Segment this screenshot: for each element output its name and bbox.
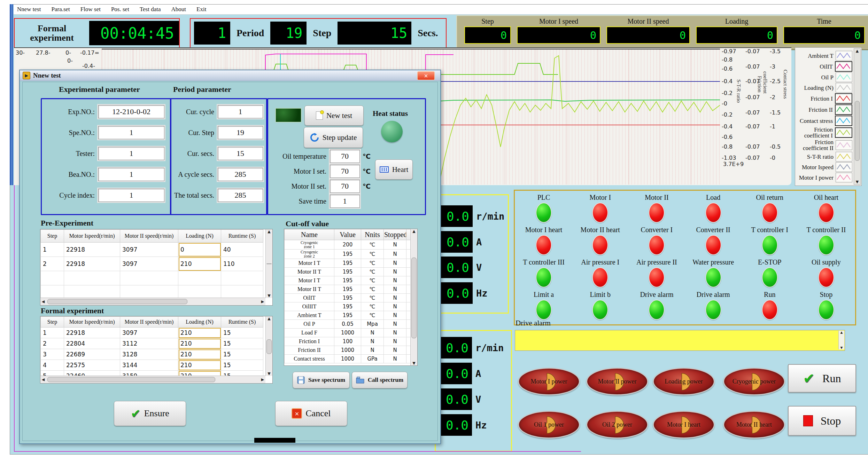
menu-item-about[interactable]: About (171, 6, 186, 13)
legend-item-loading-n-[interactable]: Loading (N) (795, 82, 861, 93)
legend-item-contact-stress[interactable]: Contact stress (795, 115, 861, 126)
oval-button-motor-i-power[interactable]: Motor I power (518, 368, 580, 395)
field-input[interactable]: 1 (98, 189, 164, 202)
scroll-right-icon[interactable]: ▶ (260, 299, 265, 304)
legend-item-friction-ii[interactable]: Friction II (795, 104, 861, 115)
hscroll-thumb[interactable] (47, 377, 215, 382)
legend-item-motor-ispeed[interactable]: Motor Ispeed (795, 162, 861, 172)
loading-cell[interactable]: 210 (178, 360, 221, 371)
vscroll-thumb[interactable] (266, 263, 272, 264)
menu-item-nnew-test[interactable]: Nnew test (17, 6, 41, 13)
loading-cell[interactable]: 0 (178, 243, 221, 257)
field-input[interactable]: 1 (98, 147, 164, 160)
loading-cell[interactable]: 210 (178, 338, 221, 349)
legend-item-s-t-r-ratio[interactable]: S-T-R ratio (795, 151, 861, 162)
close-icon[interactable]: × (417, 71, 435, 80)
oval-button-loading-power[interactable]: Loading power (653, 368, 715, 395)
scroll-down-icon[interactable]: ▼ (266, 293, 272, 298)
legend-item-friction-i[interactable]: Friction I (795, 93, 861, 104)
field-input[interactable]: 1 (218, 105, 263, 118)
menu-item-exit[interactable]: Exit (196, 6, 206, 13)
step-update-button[interactable]: Step update (304, 127, 363, 148)
field-input[interactable]: 285 (218, 168, 263, 181)
legend-swatch[interactable] (835, 93, 852, 104)
stop-button[interactable]: Stop (788, 406, 856, 436)
heart-button[interactable]: Heart (375, 159, 413, 180)
run-button[interactable]: ✔ Run (788, 364, 856, 393)
field-input[interactable]: 12-210-0-02 (98, 105, 164, 118)
menu-item-flow-set[interactable]: Flow set (80, 6, 101, 13)
save-spectrum-button[interactable]: Save spectrum (293, 372, 350, 388)
table-vscrollbar[interactable]: ▲▼ (265, 229, 272, 298)
scroll-up-icon[interactable]: ▲ (839, 331, 844, 334)
menu-item-pos-set[interactable]: Pos. set (111, 6, 129, 13)
oval-button-motor-i-heart[interactable]: Motor I heart (653, 411, 715, 439)
scroll-down-icon[interactable]: ▼ (839, 346, 844, 349)
table-hscrollbar[interactable]: ◀▶ (40, 376, 265, 383)
vscroll-thumb[interactable] (411, 258, 417, 338)
oval-button-oil-1-power[interactable]: Oil 1 power (518, 411, 580, 439)
field-input[interactable]: 285 (218, 189, 263, 202)
field-input[interactable]: 1 (98, 168, 164, 181)
field-input[interactable]: 1 (330, 195, 360, 208)
legend-item-ambient-t[interactable]: Ambient T (795, 50, 861, 61)
scroll-up-icon[interactable]: ▲ (266, 229, 272, 234)
scroll-left-icon[interactable]: ◀ (40, 377, 46, 382)
loading-cell[interactable]: 210 (178, 349, 221, 360)
oval-button-motor-ii-power[interactable]: Motor II power (586, 368, 648, 395)
table-cell: ℃ (361, 285, 384, 294)
menu-item-para-set[interactable]: Para.set (51, 6, 70, 13)
field-input[interactable]: 15 (218, 147, 263, 160)
field-input[interactable]: 70 (330, 180, 360, 193)
ensure-button[interactable]: ✔ Ensure (114, 401, 186, 426)
call-spectrum-button[interactable]: Call spectrum (352, 372, 408, 388)
legend-swatch[interactable] (835, 104, 852, 115)
vscroll-thumb[interactable] (266, 339, 272, 354)
dialog-titlebar[interactable]: ▶ Nnew test × (20, 70, 440, 81)
drive-alarm-scrollbar[interactable]: ▲ ▼ (838, 331, 844, 349)
oval-button-oil-2-power[interactable]: Oil 2 power (586, 411, 648, 439)
scroll-down-icon[interactable]: ▼ (854, 180, 860, 184)
legend-swatch[interactable] (836, 83, 852, 93)
scroll-up-icon[interactable]: ▲ (411, 229, 417, 234)
table-vscrollbar[interactable]: ▲▼ (265, 316, 272, 376)
legend-item-oil-p[interactable]: Oil P (795, 72, 861, 82)
legend-scrollbar[interactable]: ▲ ▼ (854, 48, 861, 185)
hscroll-thumb[interactable] (47, 299, 187, 304)
oval-button-motor-ii-heart[interactable]: Motor II heart (723, 411, 785, 439)
legend-swatch[interactable] (836, 51, 852, 61)
new-test-button[interactable]: New test (304, 105, 364, 126)
oval-button-cryogenic-power[interactable]: Cryogenic power (723, 368, 785, 395)
scroll-up-icon[interactable]: ▲ (266, 316, 272, 321)
legend-item-motor-i-power[interactable]: Motor I power (795, 172, 861, 183)
legend-item-friction-coefficient-ii[interactable]: Friction coefficient II (795, 139, 861, 151)
legend-item-friction-coefficient-i[interactable]: Friction coefficient I (795, 126, 861, 139)
legend-swatch[interactable] (836, 140, 852, 150)
scroll-left-icon[interactable]: ◀ (40, 299, 46, 304)
menu-item-test-data[interactable]: Test data (140, 6, 161, 13)
field-input[interactable]: 19 (218, 126, 263, 139)
table-vscrollbar[interactable]: ▲▼ (410, 229, 417, 365)
legend-item-oilit[interactable]: OilIT (795, 61, 861, 72)
loading-cell[interactable]: 210 (178, 257, 221, 271)
meter-row-rmin: 0.0r/min (437, 205, 504, 227)
legend-scroll-thumb[interactable] (855, 101, 860, 161)
legend-swatch[interactable] (836, 152, 852, 161)
loading-cell[interactable]: 210 (178, 328, 221, 338)
scroll-right-icon[interactable]: ▶ (260, 377, 265, 382)
table-hscrollbar[interactable]: ◀▶ (40, 298, 265, 305)
field-input[interactable]: 1 (98, 126, 164, 139)
scroll-down-icon[interactable]: ▼ (266, 371, 272, 376)
legend-swatch[interactable] (835, 61, 852, 72)
legend-swatch[interactable] (835, 116, 852, 126)
cancel-button[interactable]: × Cancel (275, 401, 347, 426)
drive-alarm-textbox[interactable]: ▲ ▼ (515, 330, 845, 351)
legend-swatch[interactable] (836, 162, 852, 172)
field-input[interactable]: 70 (330, 150, 360, 163)
field-input[interactable]: 70 (330, 165, 360, 178)
legend-swatch[interactable] (835, 127, 852, 138)
scroll-down-icon[interactable]: ▼ (411, 361, 417, 365)
legend-swatch[interactable] (836, 72, 852, 82)
legend-swatch[interactable] (836, 173, 852, 182)
scroll-up-icon[interactable]: ▲ (854, 49, 860, 53)
